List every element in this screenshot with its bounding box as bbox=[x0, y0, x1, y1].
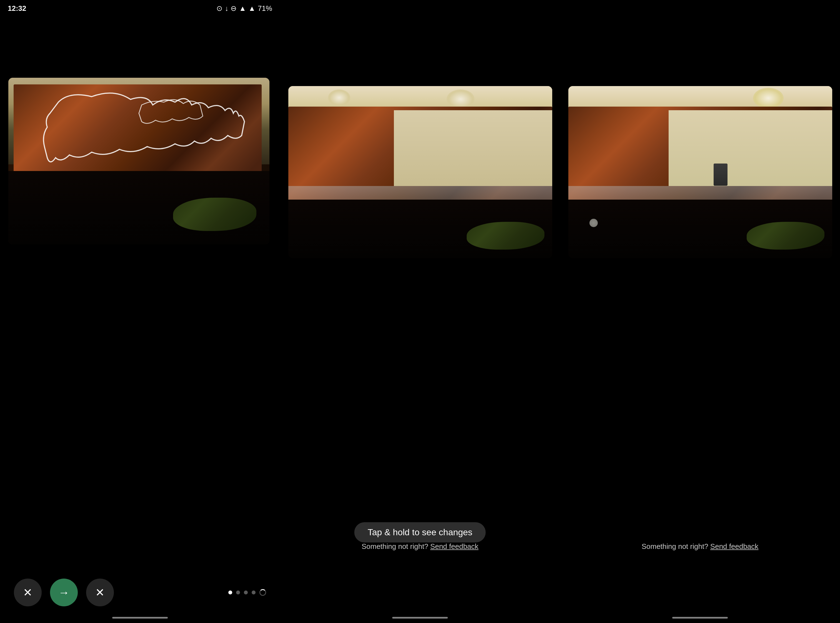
processed-image-3 bbox=[568, 86, 832, 258]
next-button-1[interactable]: → bbox=[50, 578, 78, 606]
battery-1: 71% bbox=[258, 4, 272, 13]
chandelier-2a bbox=[328, 89, 350, 106]
dot-1-2 bbox=[236, 591, 240, 594]
dot-spinner-1 bbox=[260, 589, 266, 596]
home-indicator-3 bbox=[672, 617, 728, 618]
processed-image-2 bbox=[288, 86, 552, 258]
panel-1: 12:32 ⊙ ↓ ⊖ ▲ ▲ 71% bbox=[0, 0, 280, 623]
dino-body-1 bbox=[14, 84, 262, 176]
time-1: 12:32 bbox=[8, 4, 26, 13]
museum-wall-3 bbox=[669, 110, 832, 186]
feedback-text-3: Something not right? bbox=[642, 542, 708, 551]
wifi-icon-1: ▲ bbox=[239, 4, 246, 13]
cancel-button-1[interactable]: ✕ bbox=[14, 578, 42, 606]
download-icon-1: ↓ bbox=[225, 4, 228, 13]
screenshot-icon-1: ⊙ bbox=[216, 4, 223, 13]
dot-indicators-1 bbox=[228, 589, 266, 596]
status-bar-1: 12:32 ⊙ ↓ ⊖ ▲ ▲ 71% bbox=[0, 0, 280, 17]
home-indicator-1 bbox=[112, 617, 168, 618]
dot-1-1 bbox=[228, 591, 232, 594]
dino-photo-2 bbox=[288, 86, 552, 258]
glass-barrier-2 bbox=[288, 186, 552, 200]
tortoise-shape-1 bbox=[173, 198, 256, 231]
bottom-bar-1: ✕ → ✕ bbox=[0, 562, 280, 623]
feedback-link-2[interactable]: Send feedback bbox=[430, 542, 478, 551]
tap-hold-label: Tap & hold to see changes bbox=[368, 527, 472, 537]
chandelier-2b bbox=[447, 89, 474, 109]
cancel-button-1b[interactable]: ✕ bbox=[86, 578, 114, 606]
feedback-link-3[interactable]: Send feedback bbox=[710, 542, 758, 551]
tap-hold-pill[interactable]: Tap & hold to see changes bbox=[354, 522, 486, 543]
person-3 bbox=[714, 164, 728, 186]
glass-barrier-3 bbox=[568, 186, 832, 200]
panel-2: 12:32 ⊙ ↓ ⊖ ▲ ▲ 71% bbox=[280, 0, 560, 623]
dino-photo-3 bbox=[568, 86, 832, 258]
original-image bbox=[8, 78, 269, 244]
chandelier-3a bbox=[753, 88, 784, 109]
signal-icon-1: ▲ bbox=[248, 4, 255, 13]
feedback-text-2: Something not right? bbox=[362, 542, 428, 551]
feedback-2: Something not right? Send feedback bbox=[280, 542, 560, 551]
bottom-controls-1: ✕ → ✕ bbox=[0, 578, 280, 606]
dot-1-4 bbox=[252, 591, 255, 594]
feedback-3: Something not right? Send feedback bbox=[560, 542, 840, 551]
museum-wall-2 bbox=[394, 110, 552, 186]
dot-1-3 bbox=[244, 591, 248, 594]
tortoise-shape-2 bbox=[467, 222, 545, 250]
status-icons-1: ⊙ ↓ ⊖ ▲ ▲ 71% bbox=[216, 4, 272, 13]
tortoise-shape-3 bbox=[747, 222, 825, 250]
dino-photo-1 bbox=[8, 78, 269, 244]
home-indicator-2 bbox=[392, 617, 448, 618]
minus-icon-1: ⊖ bbox=[231, 4, 237, 13]
panel-3: 12:33 ⊙ ↓ ⊖ ▲ ▲ 71% bbox=[560, 0, 840, 623]
